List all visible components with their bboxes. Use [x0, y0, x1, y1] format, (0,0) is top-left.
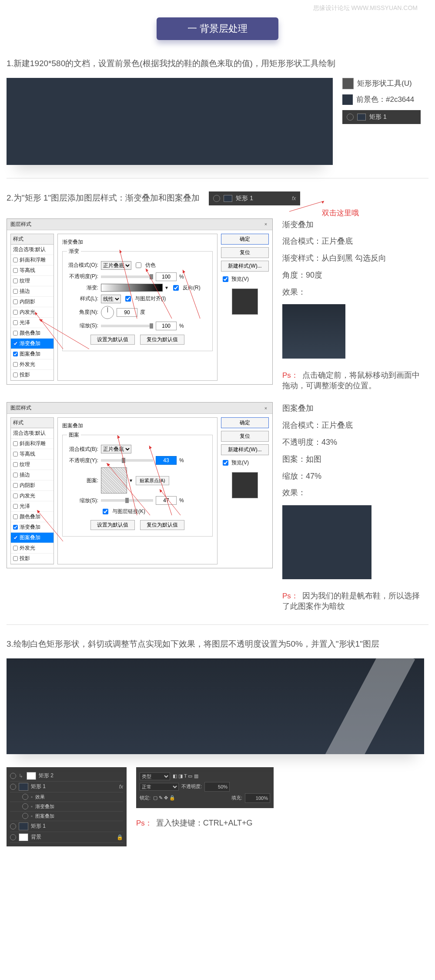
- opt-drop-shadow[interactable]: 投影: [11, 370, 54, 380]
- dither-checkbox[interactable]: [136, 262, 141, 268]
- opacity-label: 不透明度:: [181, 783, 202, 790]
- preview-checkbox[interactable]: [223, 460, 228, 466]
- layer-fx-grad[interactable]: ◦ 渐变叠加: [10, 802, 123, 812]
- align-label: 与图层对齐(I): [135, 295, 166, 302]
- new-style-button[interactable]: 新建样式(W)...: [221, 444, 269, 455]
- layer-label: 背景: [31, 833, 41, 841]
- opt-inner-shadow[interactable]: 内阴影: [11, 480, 54, 491]
- layer-label: 矩形 2: [39, 772, 54, 779]
- layer-row-rect1b[interactable]: 矩形 1: [10, 821, 123, 832]
- opt-outer-glow[interactable]: 外发光: [11, 543, 54, 554]
- pct-label: %: [179, 457, 184, 463]
- reset-button[interactable]: 复位: [221, 247, 269, 258]
- pat-note-3: 图案：如图: [282, 453, 422, 466]
- opt-texture[interactable]: 纹理: [11, 276, 54, 286]
- ok-button[interactable]: 确定: [221, 417, 269, 428]
- opacity-slider[interactable]: [101, 459, 153, 462]
- fx-indicator: fx: [292, 195, 296, 202]
- group-title: 渐变叠加: [62, 238, 213, 246]
- reset-default-button[interactable]: 复位为默认值: [140, 520, 184, 530]
- layer-thumb: [19, 783, 28, 791]
- blend-defaults[interactable]: 混合选项:默认: [11, 428, 54, 439]
- blend-mode-select[interactable]: 正片叠底: [101, 445, 131, 453]
- opt-bevel[interactable]: 斜面和浮雕: [11, 439, 54, 449]
- layer-row-bg[interactable]: 背景 🔒: [10, 832, 123, 843]
- blend-mode-select[interactable]: 正片叠底: [101, 261, 131, 270]
- pattern-picker[interactable]: [101, 467, 127, 493]
- set-default-button[interactable]: 设置为默认值: [90, 335, 135, 345]
- preview-label: 预览(V): [231, 275, 249, 283]
- eye-icon: [213, 195, 220, 202]
- opacity-input[interactable]: [156, 272, 177, 281]
- pct-label: %: [179, 274, 184, 280]
- blend-select[interactable]: 正常: [140, 783, 179, 791]
- opt-texture[interactable]: 纹理: [11, 460, 54, 470]
- gradient-label: 渐变:: [67, 284, 98, 292]
- preview-checkbox[interactable]: [223, 276, 228, 282]
- layer-thumb: [27, 772, 36, 780]
- opt-drop-shadow[interactable]: 投影: [11, 554, 54, 564]
- eye-icon[interactable]: [22, 813, 28, 819]
- set-default-button[interactable]: 设置为默认值: [90, 520, 135, 530]
- opt-stroke[interactable]: 描边: [11, 286, 54, 297]
- close-icon[interactable]: ×: [263, 405, 269, 411]
- eye-icon[interactable]: [10, 823, 16, 829]
- opacity-input[interactable]: [156, 456, 177, 465]
- pat-effect-preview: [282, 505, 371, 579]
- opt-stroke[interactable]: 描边: [11, 470, 54, 480]
- fill-value[interactable]: [245, 793, 270, 803]
- layer-fx-pat[interactable]: ◦ 图案叠加: [10, 812, 123, 821]
- opacity-slider[interactable]: [101, 275, 153, 278]
- opacity-value[interactable]: [204, 782, 230, 792]
- blend-mode-label: 混合模式(O):: [67, 262, 98, 269]
- close-icon[interactable]: ×: [263, 221, 269, 227]
- scale-slider[interactable]: [101, 499, 153, 502]
- pct-label: %: [179, 497, 184, 503]
- snap-origin-button[interactable]: 贴紧原点(A): [136, 476, 169, 485]
- style-select[interactable]: 线性: [101, 295, 121, 303]
- grad-note-3: 角度：90度: [282, 269, 422, 282]
- blend-defaults[interactable]: 混合选项:默认: [11, 245, 54, 255]
- reverse-checkbox[interactable]: [173, 285, 179, 291]
- layer-row-rect1[interactable]: 矩形 1 fx: [10, 782, 123, 792]
- scale-slider[interactable]: [101, 325, 153, 327]
- eye-icon[interactable]: [22, 803, 28, 809]
- opt-inner-glow[interactable]: 内发光: [11, 491, 54, 501]
- layers-panel: ↳ 矩形 2 矩形 1 fx ◦ 效果 ◦ 渐变叠加 ◦ 图案叠加: [7, 767, 127, 846]
- angle-input[interactable]: [117, 308, 137, 317]
- new-style-button[interactable]: 新建样式(W)...: [221, 261, 269, 272]
- opt-pattern-overlay[interactable]: 图案叠加: [11, 533, 54, 543]
- eye-icon[interactable]: [10, 784, 16, 790]
- angle-dial[interactable]: [101, 306, 114, 319]
- grad-note-1: 混合模式：正片叠底: [282, 235, 422, 248]
- opt-gradient-overlay[interactable]: 渐变叠加: [11, 522, 54, 533]
- eye-icon[interactable]: [10, 773, 16, 779]
- reset-default-button[interactable]: 复位为默认值: [140, 335, 184, 345]
- opt-satin[interactable]: 光泽: [11, 501, 54, 512]
- opt-bevel[interactable]: 斜面和浮雕: [11, 255, 54, 265]
- ok-button[interactable]: 确定: [221, 234, 269, 245]
- gradient-picker[interactable]: [101, 284, 163, 292]
- eye-icon[interactable]: [10, 834, 16, 840]
- pat-note-4: 缩放：47%: [282, 470, 422, 483]
- align-checkbox[interactable]: [125, 296, 131, 302]
- layer-fx-effects[interactable]: ◦ 效果: [10, 792, 123, 802]
- opt-inner-shadow[interactable]: 内阴影: [11, 297, 54, 307]
- opt-satin[interactable]: 光泽: [11, 318, 54, 328]
- opt-inner-glow[interactable]: 内发光: [11, 307, 54, 318]
- kind-select[interactable]: 类型: [140, 772, 170, 780]
- group-title: 图案叠加: [62, 422, 213, 430]
- scale-input[interactable]: [156, 322, 177, 330]
- opt-color-overlay[interactable]: 颜色叠加: [11, 512, 54, 522]
- eye-icon[interactable]: [22, 794, 28, 800]
- layer-row-rect2[interactable]: ↳ 矩形 2: [10, 771, 123, 782]
- opt-color-overlay[interactable]: 颜色叠加: [11, 328, 54, 339]
- opt-outer-glow[interactable]: 外发光: [11, 359, 54, 370]
- opt-pattern-overlay[interactable]: 图案叠加: [11, 349, 54, 359]
- link-layer-checkbox[interactable]: [103, 509, 108, 514]
- opt-contour[interactable]: 等高线: [11, 449, 54, 460]
- scale-input[interactable]: [156, 496, 177, 505]
- opt-gradient-overlay[interactable]: 渐变叠加: [11, 339, 54, 349]
- opt-contour[interactable]: 等高线: [11, 265, 54, 276]
- reset-button[interactable]: 复位: [221, 431, 269, 442]
